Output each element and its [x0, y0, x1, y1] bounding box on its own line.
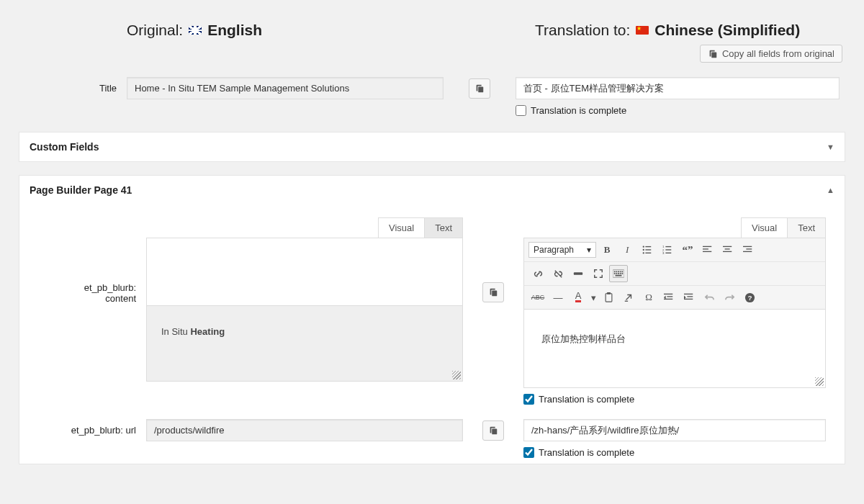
- svg-rect-37: [667, 296, 672, 297]
- svg-rect-28: [614, 273, 616, 274]
- expand-icon: ▲: [827, 186, 834, 194]
- svg-rect-14: [703, 251, 711, 252]
- svg-rect-20: [743, 251, 752, 252]
- svg-rect-30: [618, 273, 619, 274]
- original-content-prefix: In Situ: [161, 326, 190, 337]
- align-center-button[interactable]: [719, 241, 737, 258]
- title-complete-row[interactable]: Translation is complete: [516, 105, 840, 116]
- svg-point-2: [643, 249, 644, 251]
- ol-button[interactable]: 123: [658, 241, 677, 258]
- translation-content-editor[interactable]: 原位加热控制样品台: [524, 310, 825, 387]
- copy-url-button[interactable]: [482, 420, 504, 441]
- copy-icon: [488, 287, 498, 297]
- svg-rect-29: [616, 273, 617, 274]
- url-field-label: et_pb_blurb: url: [24, 419, 146, 436]
- content-complete-checkbox[interactable]: [523, 394, 534, 405]
- caret-down-icon: ▾: [587, 245, 591, 255]
- copy-all-label: Copy all fields from original: [722, 48, 834, 59]
- url-complete-checkbox[interactable]: [523, 447, 534, 458]
- content-field-label-1: et_pb_blurb:: [24, 282, 136, 293]
- svg-rect-18: [743, 246, 752, 247]
- undo-button[interactable]: [700, 289, 719, 306]
- editor-toolbar: Paragraph▾ B I 123 “”: [524, 238, 825, 310]
- align-left-button[interactable]: [698, 241, 717, 258]
- title-complete-checkbox[interactable]: [516, 105, 526, 116]
- special-char-button[interactable]: Ω: [639, 289, 658, 306]
- resize-handle-icon[interactable]: [815, 377, 824, 386]
- link-button[interactable]: [528, 265, 547, 282]
- outdent-button[interactable]: [660, 289, 678, 306]
- hr-button[interactable]: —: [549, 289, 567, 306]
- unlink-button[interactable]: [549, 265, 567, 282]
- help-button[interactable]: ?: [740, 289, 759, 306]
- svg-rect-5: [645, 253, 651, 253]
- copy-title-button[interactable]: [469, 78, 490, 99]
- title-field-label: Title: [22, 77, 127, 94]
- original-language: English: [207, 22, 262, 39]
- redo-button[interactable]: [720, 289, 739, 306]
- translation-tab-text[interactable]: Text: [788, 217, 826, 238]
- translation-tab-visual[interactable]: Visual: [741, 217, 788, 238]
- url-translation-input[interactable]: [523, 419, 826, 441]
- svg-rect-40: [687, 296, 693, 297]
- original-tab-visual[interactable]: Visual: [378, 217, 425, 238]
- page-builder-header[interactable]: Page Builder Page 41 ▲: [19, 176, 845, 204]
- content-complete-label: Translation is complete: [539, 394, 634, 405]
- svg-rect-34: [606, 294, 612, 302]
- svg-point-4: [643, 252, 644, 253]
- copy-all-fields-button[interactable]: Copy all fields from original: [700, 45, 842, 63]
- url-original-input: [146, 419, 463, 441]
- custom-fields-header[interactable]: Custom Fields ▼: [19, 132, 845, 161]
- keyboard-button[interactable]: [609, 265, 628, 282]
- svg-rect-36: [664, 294, 672, 294]
- copy-icon: [488, 426, 498, 436]
- clear-button[interactable]: [619, 289, 638, 306]
- content-field-label-2: content: [24, 293, 136, 304]
- svg-rect-19: [746, 248, 752, 249]
- format-select[interactable]: Paragraph▾: [528, 242, 596, 258]
- svg-rect-31: [620, 273, 621, 274]
- page-builder-panel: Page Builder Page 41 ▲ et_pb_blurb: cont…: [19, 175, 845, 464]
- original-label: Original:: [127, 22, 183, 39]
- content-complete-row[interactable]: Translation is complete: [523, 394, 826, 405]
- paste-button[interactable]: [599, 289, 618, 306]
- url-complete-row[interactable]: Translation is complete: [523, 447, 826, 458]
- svg-rect-32: [621, 273, 623, 274]
- original-tab-text[interactable]: Text: [425, 217, 463, 238]
- collapse-icon: ▼: [827, 143, 834, 151]
- title-translation-input[interactable]: [516, 77, 840, 99]
- svg-rect-15: [723, 246, 732, 247]
- svg-rect-26: [620, 271, 621, 272]
- resize-handle-icon[interactable]: [452, 371, 461, 379]
- ul-button[interactable]: [638, 241, 657, 258]
- svg-point-0: [643, 246, 644, 247]
- indent-button[interactable]: [680, 289, 698, 306]
- svg-rect-24: [616, 271, 617, 272]
- svg-rect-39: [684, 294, 693, 294]
- strike-button[interactable]: ABC: [528, 289, 547, 306]
- italic-button[interactable]: I: [618, 241, 636, 258]
- svg-rect-38: [664, 299, 672, 300]
- svg-rect-21: [574, 272, 582, 275]
- title-complete-label: Translation is complete: [531, 105, 626, 116]
- bold-button[interactable]: B: [598, 241, 616, 258]
- text-color-button[interactable]: A: [569, 289, 588, 306]
- custom-fields-panel: Custom Fields ▼: [19, 132, 845, 162]
- svg-rect-11: [665, 253, 671, 253]
- copy-content-button[interactable]: [482, 282, 504, 302]
- svg-rect-41: [684, 299, 693, 300]
- url-complete-label: Translation is complete: [539, 447, 634, 458]
- original-content-bold: Heating: [190, 326, 225, 337]
- svg-rect-1: [645, 246, 651, 247]
- fullscreen-button[interactable]: [589, 265, 608, 282]
- fullwidth-button[interactable]: [569, 265, 588, 282]
- svg-rect-17: [723, 251, 732, 252]
- text-color-caret[interactable]: ▾: [589, 289, 598, 306]
- translation-label: Translation to:: [535, 22, 630, 39]
- quote-button[interactable]: “”: [678, 241, 697, 258]
- svg-rect-25: [618, 271, 619, 272]
- original-content-box: In Situ Heating: [146, 238, 463, 382]
- align-right-button[interactable]: [739, 241, 757, 258]
- svg-rect-23: [614, 271, 616, 272]
- svg-rect-12: [703, 246, 711, 247]
